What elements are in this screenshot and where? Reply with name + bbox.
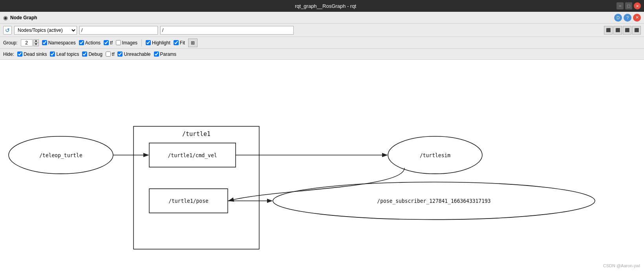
svg-text:/turtle1/pose: /turtle1/pose	[168, 198, 209, 204]
spinner-down[interactable]: ▼	[33, 43, 39, 46]
icon-button-3[interactable]: ⬛	[623, 26, 631, 35]
svg-text:/turtle1: /turtle1	[182, 130, 210, 138]
tf-checkbox-2[interactable]	[106, 51, 111, 57]
svg-text:/turtle1/cmd_vel: /turtle1/cmd_vel	[168, 152, 217, 158]
options-bar-2: Hide: Dead sinks Leaf topics Debug tf Un…	[0, 49, 644, 60]
debug-checkbox[interactable]	[82, 51, 87, 57]
svg-rect-2	[134, 126, 259, 249]
hide-label: Hide:	[3, 51, 14, 57]
help-icon[interactable]: D	[614, 14, 622, 22]
icon-button-4[interactable]: ⬛	[632, 26, 641, 35]
toolbar-icons: ⬛ ⬛ ⬛ ⬛	[604, 26, 641, 35]
params-check-label[interactable]: Params	[154, 51, 176, 57]
toolbar: ↺ Nodes only Nodes/Topics (active) Nodes…	[0, 24, 644, 37]
view-mode-dropdown[interactable]: Nodes only Nodes/Topics (active) Nodes/T…	[14, 26, 77, 35]
titlebar-controls: − □ ✕	[617, 2, 641, 9]
dead-sinks-checkbox[interactable]	[17, 51, 22, 57]
svg-text:/pose_subscriber_127841_166364: /pose_subscriber_127841_1663643317193	[377, 198, 490, 204]
app-title: Node Graph	[10, 15, 37, 20]
images-check-label[interactable]: Images	[116, 40, 137, 46]
window-close-icon[interactable]: ✕	[633, 14, 641, 22]
group-spinner: ▲ ▼	[21, 39, 39, 46]
group-label: Group:	[3, 40, 18, 46]
info-icon[interactable]: ?	[624, 14, 631, 22]
main-layout: ◉ Node Graph D ? ✕ ↺ Nodes only Nodes/To…	[0, 12, 644, 272]
highlight-checkbox[interactable]	[146, 40, 151, 45]
actions-check-label[interactable]: Actions	[79, 40, 101, 46]
dead-sinks-check-label[interactable]: Dead sinks	[17, 51, 47, 57]
minimize-button[interactable]: −	[617, 2, 624, 9]
maximize-button[interactable]: □	[625, 2, 632, 9]
watermark: CSDN @Aaron-ywl	[603, 263, 640, 268]
debug-check-label[interactable]: Debug	[82, 51, 102, 57]
titlebar: rqt_graph__RosGraph - rqt − □ ✕	[0, 0, 644, 12]
tf-checkbox-1[interactable]	[104, 40, 109, 45]
images-checkbox[interactable]	[116, 40, 121, 45]
unreachable-checkbox[interactable]	[117, 51, 123, 57]
svg-text:/turtlesim: /turtlesim	[420, 152, 450, 158]
separator-1	[141, 39, 142, 46]
actions-checkbox[interactable]	[79, 40, 84, 45]
graph-svg-main: /turtle1 /turtle1/cmd_vel /turtle1/pose …	[0, 60, 644, 272]
params-checkbox[interactable]	[154, 51, 159, 57]
titlebar-title: rqt_graph__RosGraph - rqt	[35, 3, 617, 9]
filter-input-2[interactable]	[160, 26, 294, 35]
tf-check-label-1[interactable]: tf	[104, 40, 113, 46]
leaf-topics-checkbox[interactable]	[50, 51, 55, 57]
app-icon: ◉	[3, 15, 8, 21]
group-value-input[interactable]	[21, 39, 33, 46]
canvas-area[interactable]: /turtle1 /turtle1/cmd_vel /turtle1/pose …	[0, 60, 644, 272]
spinner-buttons: ▲ ▼	[33, 39, 39, 46]
namespaces-checkbox[interactable]	[42, 40, 47, 45]
tf-check-label-2[interactable]: tf	[106, 51, 115, 57]
options-bar-1: Group: ▲ ▼ Namespaces Actions tf Images	[0, 37, 644, 49]
highlight-check-label[interactable]: Highlight	[146, 40, 170, 46]
svg-text:/teleop_turtle: /teleop_turtle	[39, 152, 82, 158]
unreachable-check-label[interactable]: Unreachable	[117, 51, 150, 57]
icon-button-2[interactable]: ⬛	[613, 26, 622, 35]
refresh-button[interactable]: ↺	[3, 26, 12, 35]
namespaces-check-label[interactable]: Namespaces	[42, 40, 76, 46]
icon-button-1[interactable]: ⬛	[604, 26, 613, 35]
close-button[interactable]: ✕	[634, 2, 641, 9]
filter-input-1[interactable]	[79, 26, 158, 35]
fit-check-label[interactable]: Fit	[174, 40, 185, 46]
leaf-topics-check-label[interactable]: Leaf topics	[50, 51, 79, 57]
fit-checkbox[interactable]	[174, 40, 179, 45]
snap-button[interactable]: ⊞	[188, 39, 198, 47]
